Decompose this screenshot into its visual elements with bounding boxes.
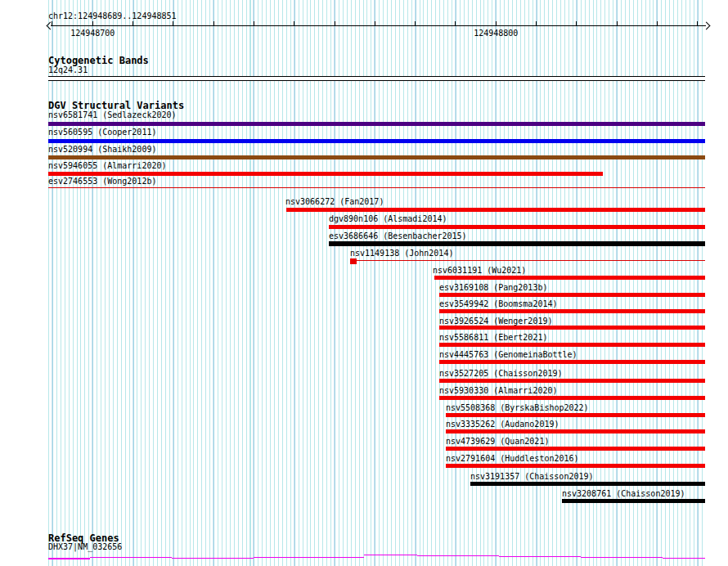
variant-label: esv3169108 (Pang2013b) — [439, 284, 547, 292]
ruler-tick — [335, 21, 335, 26]
ruler-tick — [576, 21, 577, 26]
variant-label: nsv1149138 (John2014) — [350, 249, 453, 258]
variant-bar[interactable] — [356, 260, 705, 262]
ruler-tick — [617, 21, 618, 26]
ruler-tick — [133, 21, 133, 26]
cytoband-name: 12q24.31 — [48, 66, 88, 74]
ruler-tick — [213, 21, 214, 26]
variant-bar[interactable] — [48, 122, 705, 126]
variant-bar[interactable] — [48, 139, 705, 143]
ruler-tick — [657, 21, 658, 26]
ruler-tick — [294, 21, 294, 26]
gene-line-segment[interactable] — [417, 555, 499, 557]
variant-label: esv2746553 (Wong2012b) — [48, 177, 156, 186]
variant-bar[interactable] — [48, 172, 603, 177]
variant-label: nsv5508368 (ByrskaBishop2022) — [446, 404, 589, 412]
variant-bar[interactable] — [434, 276, 705, 280]
variant-label: nsv3208761 (Chaisson2019) — [562, 490, 685, 498]
region-label: chr12:124948689..124948851 — [48, 12, 177, 20]
variant-label: nsv3335262 (Audano2019) — [446, 420, 559, 429]
gene-line-segment[interactable] — [48, 558, 90, 559]
ruler-tick — [455, 21, 456, 26]
variant-bar[interactable] — [446, 429, 705, 433]
gene-line-segment[interactable] — [581, 557, 663, 559]
variant-bar[interactable] — [439, 360, 705, 364]
variant-label: nsv3191357 (Chaisson2019) — [470, 473, 594, 481]
ruler-coordinate-label: 124948700 — [70, 29, 115, 38]
variant-label: nsv3926524 (Wenger2019) — [439, 317, 552, 326]
variant-bar[interactable] — [439, 326, 705, 330]
variant-bar[interactable] — [439, 309, 705, 313]
refseq-gene-name: DHX37|NM_032656 — [48, 543, 122, 551]
gene-line-segment[interactable] — [254, 557, 364, 559]
variant-bar[interactable] — [562, 499, 705, 503]
ruler-tick — [536, 21, 537, 26]
gene-line-segment[interactable] — [663, 558, 705, 559]
ruler-tick — [496, 21, 497, 26]
variant-bar[interactable] — [48, 155, 705, 159]
variant-label: nsv3527205 (Chaisson2019) — [439, 370, 563, 378]
variant-label: nsv5930330 (Almarri2020) — [439, 387, 558, 395]
variant-bar[interactable] — [470, 482, 705, 486]
variant-label: nsv3066272 (Fan2017) — [285, 198, 384, 206]
gene-line-segment[interactable] — [90, 557, 172, 559]
cytogenetic-bands-header: Cytogenetic Bands — [48, 56, 149, 65]
variant-label: nsv4739629 (Quan2021) — [446, 438, 549, 446]
variant-bar[interactable] — [446, 447, 705, 451]
variant-label: nsv6581741 (Sedlazeck2020) — [48, 111, 177, 119]
gene-line-segment[interactable] — [499, 556, 581, 558]
ruler-tick — [697, 21, 698, 26]
variant-bar[interactable] — [446, 464, 705, 468]
dgv-structural-variants-header: DGV Structural Variants — [48, 101, 184, 110]
ruler-coordinate-label: 124948800 — [474, 29, 518, 38]
variant-bar[interactable] — [439, 293, 705, 297]
variant-bar[interactable] — [286, 208, 705, 212]
variant-bar[interactable] — [329, 225, 705, 229]
ruler-tick — [52, 21, 52, 26]
variant-label: nsv520994 (Shaikh2009) — [48, 146, 156, 154]
ruler-tick — [254, 21, 254, 26]
variant-bar[interactable] — [439, 396, 705, 400]
variant-bar[interactable] — [48, 187, 705, 189]
ruler-tick — [173, 21, 173, 26]
ruler-tick — [415, 21, 416, 26]
variant-label: nsv5586811 (Ebert2021) — [439, 334, 547, 342]
ruler-tick — [92, 21, 93, 26]
genome-browser-panel: chr12:124948689..124948851 1249487001249… — [0, 0, 728, 566]
variant-bar[interactable] — [439, 379, 705, 383]
gene-line-segment[interactable] — [364, 555, 417, 556]
gene-line-segment[interactable] — [172, 558, 254, 559]
cytoband-box[interactable] — [48, 76, 705, 81]
ruler-line — [51, 25, 706, 26]
variant-label: nsv4445763 (GenomeinaBottle) — [439, 351, 577, 359]
variant-bar[interactable] — [446, 413, 705, 417]
variant-label: nsv2791604 (Huddleston2016) — [446, 455, 579, 463]
variant-label: nsv6031191 (Wu2021) — [433, 267, 526, 275]
ruler-tick — [375, 21, 375, 26]
variant-bar[interactable] — [329, 241, 705, 246]
variant-label: esv3549942 (Boomsma2014) — [439, 300, 558, 308]
variant-label: nsv5946055 (Almarri2020) — [48, 162, 167, 170]
variant-label: esv3686646 (Besenbacher2015) — [329, 232, 467, 240]
variant-bar[interactable] — [439, 343, 705, 347]
variant-label: dgv890n106 (Alsmadi2014) — [329, 215, 447, 223]
variant-label: nsv560595 (Cooper2011) — [48, 128, 156, 137]
